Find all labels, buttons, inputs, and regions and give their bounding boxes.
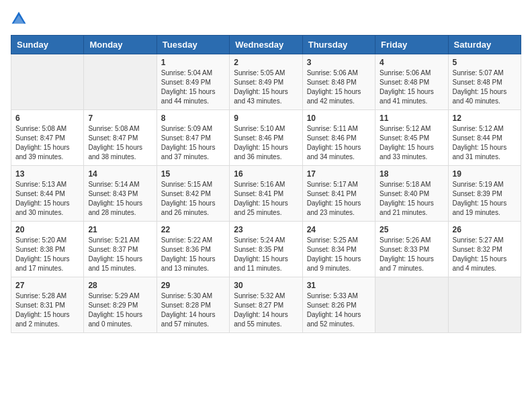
page-header [11, 11, 521, 27]
calendar-cell: 21Sunrise: 5:21 AM Sunset: 8:37 PM Dayli… [84, 222, 157, 277]
calendar-cell: 30Sunrise: 5:32 AM Sunset: 8:27 PM Dayli… [230, 277, 302, 333]
calendar-cell: 7Sunrise: 5:08 AM Sunset: 8:47 PM Daylig… [84, 110, 157, 166]
calendar-cell: 6Sunrise: 5:08 AM Sunset: 8:47 PM Daylig… [11, 110, 84, 166]
calendar-cell: 23Sunrise: 5:24 AM Sunset: 8:35 PM Dayli… [230, 222, 302, 277]
day-number: 16 [234, 169, 298, 179]
cell-content: Sunrise: 5:29 AM Sunset: 8:29 PM Dayligh… [88, 291, 152, 329]
calendar-table: SundayMondayTuesdayWednesdayThursdayFrid… [11, 35, 521, 333]
day-number: 6 [15, 113, 79, 123]
calendar-cell: 19Sunrise: 5:19 AM Sunset: 8:39 PM Dayli… [448, 166, 521, 222]
calendar-cell: 9Sunrise: 5:10 AM Sunset: 8:46 PM Daylig… [230, 110, 302, 166]
cell-content: Sunrise: 5:22 AM Sunset: 8:36 PM Dayligh… [161, 236, 225, 273]
day-number: 4 [380, 58, 443, 67]
calendar-cell: 13Sunrise: 5:13 AM Sunset: 8:44 PM Dayli… [11, 166, 84, 222]
calendar-cell [375, 277, 448, 333]
day-header-sunday: Sunday [11, 36, 84, 54]
calendar-cell [84, 54, 157, 110]
cell-content: Sunrise: 5:16 AM Sunset: 8:41 PM Dayligh… [234, 180, 298, 218]
calendar-cell [11, 54, 84, 110]
calendar-week-row: 20Sunrise: 5:20 AM Sunset: 8:38 PM Dayli… [11, 222, 521, 277]
day-number: 9 [234, 113, 298, 123]
day-number: 7 [88, 113, 152, 123]
day-number: 24 [307, 225, 371, 234]
cell-content: Sunrise: 5:19 AM Sunset: 8:39 PM Dayligh… [453, 180, 517, 218]
cell-content: Sunrise: 5:20 AM Sunset: 8:38 PM Dayligh… [15, 236, 79, 273]
calendar-cell: 15Sunrise: 5:15 AM Sunset: 8:42 PM Dayli… [157, 166, 229, 222]
cell-content: Sunrise: 5:26 AM Sunset: 8:33 PM Dayligh… [380, 236, 443, 273]
cell-content: Sunrise: 5:08 AM Sunset: 8:47 PM Dayligh… [15, 124, 79, 162]
calendar-cell: 8Sunrise: 5:09 AM Sunset: 8:47 PM Daylig… [157, 110, 229, 166]
cell-content: Sunrise: 5:08 AM Sunset: 8:47 PM Dayligh… [88, 124, 152, 162]
calendar-week-row: 6Sunrise: 5:08 AM Sunset: 8:47 PM Daylig… [11, 110, 521, 166]
day-number: 2 [234, 58, 298, 67]
day-number: 26 [453, 225, 517, 234]
cell-content: Sunrise: 5:18 AM Sunset: 8:40 PM Dayligh… [380, 180, 443, 218]
cell-content: Sunrise: 5:11 AM Sunset: 8:46 PM Dayligh… [307, 124, 371, 162]
day-number: 19 [453, 169, 517, 179]
day-header-tuesday: Tuesday [157, 36, 229, 54]
calendar-cell: 26Sunrise: 5:27 AM Sunset: 8:32 PM Dayli… [448, 222, 521, 277]
day-number: 11 [380, 113, 443, 123]
cell-content: Sunrise: 5:32 AM Sunset: 8:27 PM Dayligh… [234, 291, 298, 329]
day-number: 13 [15, 169, 79, 179]
day-number: 20 [15, 225, 79, 234]
day-number: 3 [307, 58, 371, 67]
day-number: 8 [161, 113, 225, 123]
calendar-cell: 29Sunrise: 5:30 AM Sunset: 8:28 PM Dayli… [157, 277, 229, 333]
day-number: 22 [161, 225, 225, 234]
day-number: 30 [234, 281, 298, 290]
calendar-cell: 20Sunrise: 5:20 AM Sunset: 8:38 PM Dayli… [11, 222, 84, 277]
cell-content: Sunrise: 5:21 AM Sunset: 8:37 PM Dayligh… [88, 236, 152, 273]
calendar-cell: 2Sunrise: 5:05 AM Sunset: 8:49 PM Daylig… [230, 54, 302, 110]
cell-content: Sunrise: 5:15 AM Sunset: 8:42 PM Dayligh… [161, 180, 225, 218]
calendar-cell: 1Sunrise: 5:04 AM Sunset: 8:49 PM Daylig… [157, 54, 229, 110]
calendar-cell: 31Sunrise: 5:33 AM Sunset: 8:26 PM Dayli… [302, 277, 375, 333]
day-header-thursday: Thursday [302, 36, 375, 54]
calendar-cell: 11Sunrise: 5:12 AM Sunset: 8:45 PM Dayli… [375, 110, 448, 166]
cell-content: Sunrise: 5:25 AM Sunset: 8:34 PM Dayligh… [307, 236, 371, 273]
cell-content: Sunrise: 5:24 AM Sunset: 8:35 PM Dayligh… [234, 236, 298, 273]
day-number: 14 [88, 169, 152, 179]
day-header-saturday: Saturday [448, 36, 521, 54]
calendar-cell: 10Sunrise: 5:11 AM Sunset: 8:46 PM Dayli… [302, 110, 375, 166]
day-number: 25 [380, 225, 443, 234]
calendar-cell: 5Sunrise: 5:07 AM Sunset: 8:48 PM Daylig… [448, 54, 521, 110]
cell-content: Sunrise: 5:13 AM Sunset: 8:44 PM Dayligh… [15, 180, 79, 218]
calendar-cell: 18Sunrise: 5:18 AM Sunset: 8:40 PM Dayli… [375, 166, 448, 222]
cell-content: Sunrise: 5:09 AM Sunset: 8:47 PM Dayligh… [161, 124, 225, 162]
calendar-cell: 4Sunrise: 5:06 AM Sunset: 8:48 PM Daylig… [375, 54, 448, 110]
cell-content: Sunrise: 5:27 AM Sunset: 8:32 PM Dayligh… [453, 236, 517, 273]
cell-content: Sunrise: 5:30 AM Sunset: 8:28 PM Dayligh… [161, 291, 225, 329]
calendar-cell: 12Sunrise: 5:12 AM Sunset: 8:44 PM Dayli… [448, 110, 521, 166]
day-number: 31 [307, 281, 371, 290]
calendar-cell: 3Sunrise: 5:06 AM Sunset: 8:48 PM Daylig… [302, 54, 375, 110]
day-number: 10 [307, 113, 371, 123]
calendar-header-row: SundayMondayTuesdayWednesdayThursdayFrid… [11, 36, 521, 54]
cell-content: Sunrise: 5:07 AM Sunset: 8:48 PM Dayligh… [453, 68, 517, 106]
calendar-week-row: 27Sunrise: 5:28 AM Sunset: 8:31 PM Dayli… [11, 277, 521, 333]
calendar-cell: 25Sunrise: 5:26 AM Sunset: 8:33 PM Dayli… [375, 222, 448, 277]
calendar-week-row: 13Sunrise: 5:13 AM Sunset: 8:44 PM Dayli… [11, 166, 521, 222]
day-header-friday: Friday [375, 36, 448, 54]
cell-content: Sunrise: 5:28 AM Sunset: 8:31 PM Dayligh… [15, 291, 79, 329]
day-number: 18 [380, 169, 443, 179]
calendar-cell: 27Sunrise: 5:28 AM Sunset: 8:31 PM Dayli… [11, 277, 84, 333]
cell-content: Sunrise: 5:10 AM Sunset: 8:46 PM Dayligh… [234, 124, 298, 162]
cell-content: Sunrise: 5:14 AM Sunset: 8:43 PM Dayligh… [88, 180, 152, 218]
cell-content: Sunrise: 5:12 AM Sunset: 8:45 PM Dayligh… [380, 124, 443, 162]
calendar-cell: 24Sunrise: 5:25 AM Sunset: 8:34 PM Dayli… [302, 222, 375, 277]
calendar-cell: 17Sunrise: 5:17 AM Sunset: 8:41 PM Dayli… [302, 166, 375, 222]
day-header-monday: Monday [84, 36, 157, 54]
calendar-cell: 16Sunrise: 5:16 AM Sunset: 8:41 PM Dayli… [230, 166, 302, 222]
cell-content: Sunrise: 5:17 AM Sunset: 8:41 PM Dayligh… [307, 180, 371, 218]
day-number: 23 [234, 225, 298, 234]
day-number: 21 [88, 225, 152, 234]
day-number: 1 [161, 58, 225, 67]
calendar-cell: 14Sunrise: 5:14 AM Sunset: 8:43 PM Dayli… [84, 166, 157, 222]
day-number: 5 [453, 58, 517, 67]
cell-content: Sunrise: 5:33 AM Sunset: 8:26 PM Dayligh… [307, 291, 371, 329]
day-number: 15 [161, 169, 225, 179]
cell-content: Sunrise: 5:12 AM Sunset: 8:44 PM Dayligh… [453, 124, 517, 162]
day-header-wednesday: Wednesday [230, 36, 302, 54]
day-number: 17 [307, 169, 371, 179]
